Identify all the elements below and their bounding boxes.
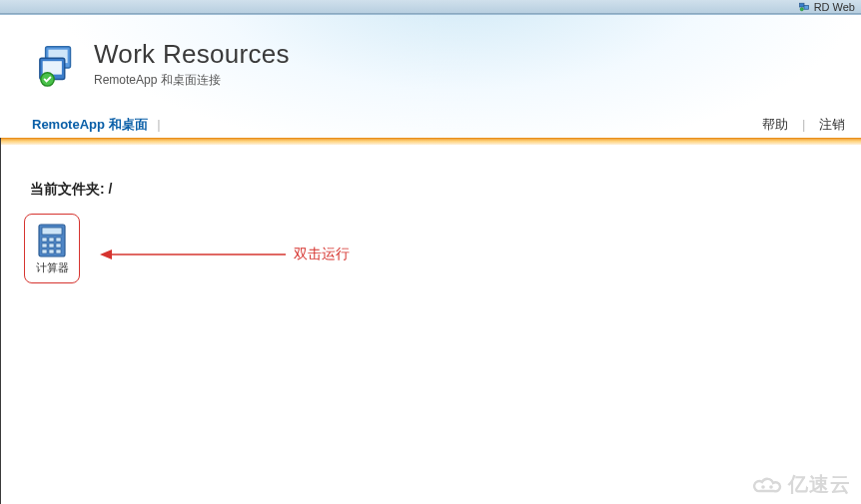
folder-label: 当前文件夹: <box>30 181 105 197</box>
svg-rect-17 <box>49 250 54 253</box>
svg-point-22 <box>769 485 773 489</box>
svg-rect-18 <box>56 250 61 253</box>
annotation-text: 双击运行 <box>294 246 350 263</box>
separator: | <box>802 117 805 132</box>
page-subtitle: RemoteApp 和桌面连接 <box>94 72 290 89</box>
svg-rect-11 <box>49 238 54 242</box>
svg-rect-10 <box>42 238 47 242</box>
watermark: 亿速云 <box>750 471 851 498</box>
header: Work Resources RemoteApp 和桌面连接 RemoteApp… <box>0 14 861 138</box>
watermark-text: 亿速云 <box>788 471 851 498</box>
svg-rect-15 <box>56 244 61 248</box>
arrow-icon <box>98 245 288 264</box>
app-logo-icon <box>36 43 82 89</box>
svg-rect-12 <box>56 238 61 242</box>
help-link[interactable]: 帮助 <box>762 117 788 132</box>
svg-rect-14 <box>49 244 54 248</box>
app-item-calculator[interactable]: 计算器 <box>24 214 80 283</box>
current-folder: 当前文件夹: / <box>30 181 861 199</box>
tab-remoteapp[interactable]: RemoteApp 和桌面 <box>32 117 148 132</box>
separator: | <box>157 117 160 132</box>
app-label: 计算器 <box>36 260 69 275</box>
content-area: 当前文件夹: / <box>0 145 861 199</box>
page-title: Work Resources <box>94 39 290 70</box>
svg-point-2 <box>800 7 803 10</box>
cloud-icon <box>750 474 784 496</box>
calculator-icon <box>38 224 66 257</box>
window-title: RD Web <box>814 1 855 13</box>
folder-path: / <box>109 181 113 197</box>
signout-link[interactable]: 注销 <box>819 117 845 132</box>
svg-rect-0 <box>799 3 804 7</box>
svg-point-21 <box>761 485 765 489</box>
window-title-bar: RD Web <box>0 0 861 14</box>
divider <box>0 138 861 145</box>
svg-marker-20 <box>100 250 112 259</box>
window-icon <box>798 1 810 13</box>
svg-rect-1 <box>804 5 809 9</box>
nav-bar: RemoteApp 和桌面 | 帮助 | 注销 <box>0 116 861 134</box>
svg-rect-13 <box>42 244 47 248</box>
annotation: 双击运行 <box>98 245 350 264</box>
svg-rect-16 <box>42 250 47 253</box>
svg-rect-9 <box>42 228 62 235</box>
